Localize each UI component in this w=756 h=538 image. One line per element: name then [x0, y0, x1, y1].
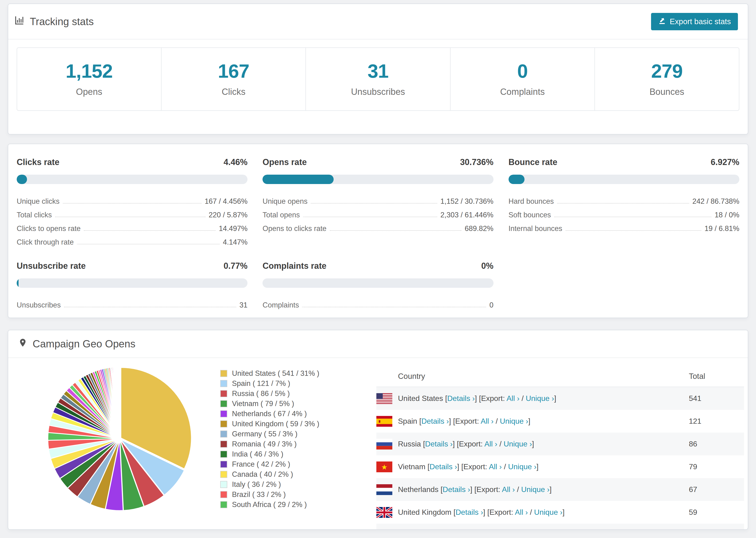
- legend-item: Netherlands ( 67 / 4% ): [220, 409, 352, 419]
- progress-bar: [262, 175, 493, 184]
- dotted-leader: [566, 230, 701, 231]
- legend-swatch: [220, 370, 227, 377]
- rate-row: Unsubscribes31: [17, 296, 247, 309]
- details-link[interactable]: Details ›: [447, 394, 475, 403]
- pie-svg: [47, 366, 192, 511]
- flag-us: [376, 393, 392, 404]
- legend-swatch: [220, 380, 227, 387]
- flag-ru: [376, 439, 392, 450]
- summary-label: Bounces: [595, 87, 739, 97]
- geo-table-rows: United States [Details ›] [Export: All ›…: [376, 387, 744, 530]
- rate-row-label: Opens to clicks rate: [262, 224, 326, 233]
- column-header-country: Country: [398, 372, 425, 381]
- rates-grid: Clicks rate4.46%Unique clicks167 / 4.456…: [17, 157, 739, 309]
- legend-label: Vietnam ( 79 / 5% ): [232, 400, 294, 408]
- progress-bar-fill: [262, 175, 333, 184]
- tracking-stats-title-text: Tracking stats: [30, 16, 94, 27]
- geo-table-row-us: United States [Details ›] [Export: All ›…: [376, 387, 744, 410]
- export-all-link[interactable]: All ›: [507, 394, 519, 403]
- country-cell: Netherlands [Details ›] [Export: All › /…: [376, 484, 689, 495]
- summary-value: 31: [306, 60, 450, 82]
- rate-row-label: Internal bounces: [509, 224, 562, 233]
- dotted-leader: [84, 230, 216, 231]
- dotted-leader: [303, 217, 437, 217]
- progress-bar: [17, 175, 247, 184]
- summary-cell-bounces: 279Bounces: [595, 48, 739, 110]
- legend-swatch: [220, 420, 227, 427]
- export-unique-link[interactable]: Unique ›: [521, 485, 550, 494]
- rate-row-value: 14.497%: [219, 224, 247, 233]
- rate-row-value: 0: [489, 301, 493, 309]
- rate-row: Total clicks220 / 5.87%: [17, 206, 247, 219]
- geo-body: United States ( 541 / 31% )Spain ( 121 /…: [8, 358, 748, 530]
- details-link[interactable]: Details ›: [456, 508, 483, 516]
- export-all-link[interactable]: All ›: [484, 440, 497, 448]
- summary-value: 0: [451, 60, 594, 82]
- map-pin-icon: [18, 337, 27, 350]
- export-unique-link[interactable]: Unique ›: [534, 508, 563, 516]
- rate-row-value: 2,303 / 61.446%: [441, 211, 494, 219]
- rate-row-value: 1,152 / 30.736%: [441, 197, 494, 206]
- details-link[interactable]: Details ›: [421, 417, 449, 425]
- rate-block-unsubscribe-rate: Unsubscribe rate0.77%Unsubscribes31: [17, 261, 247, 309]
- legend-label: Canada ( 40 / 2% ): [232, 470, 293, 479]
- tracking-stats-header: Tracking stats Export basic stats: [8, 4, 748, 39]
- dotted-leader: [63, 203, 201, 203]
- rate-block-complaints-rate: Complaints rate0%Complaints0: [262, 261, 493, 309]
- rate-row: Internal bounces19 / 6.81%: [509, 219, 739, 233]
- country-links: Russia [Details ›] [Export: All › / Uniq…: [398, 440, 534, 448]
- geo-table-row-es: Spain [Details ›] [Export: All › / Uniqu…: [376, 410, 744, 433]
- country-cell: United Kingdom [Details ›] [Export: All …: [376, 507, 689, 518]
- rate-title: Opens rate: [262, 157, 307, 167]
- geo-title-text: Campaign Geo Opens: [33, 338, 135, 350]
- rate-row-value: 689.82%: [465, 224, 493, 233]
- geo-header: Campaign Geo Opens: [8, 330, 748, 358]
- geo-table-row-gb: United Kingdom [Details ›] [Export: All …: [376, 501, 744, 524]
- bar-chart-icon: [14, 15, 25, 28]
- legend-label: France ( 42 / 2% ): [232, 460, 290, 468]
- legend-label: Netherlands ( 67 / 4% ): [232, 409, 307, 418]
- flag-vn: [376, 461, 392, 472]
- export-all-link[interactable]: All ›: [489, 462, 502, 471]
- flag-es: [376, 416, 392, 427]
- rate-row-label: Unsubscribes: [17, 301, 61, 309]
- legend-swatch: [220, 501, 227, 508]
- country-cell: Russia [Details ›] [Export: All › / Uniq…: [376, 439, 689, 450]
- total-cell: 67: [689, 485, 744, 494]
- summary-value: 1,152: [17, 60, 161, 82]
- rate-row-value: 167 / 4.456%: [205, 197, 248, 206]
- export-basic-stats-button[interactable]: Export basic stats: [651, 13, 738, 30]
- rate-row-value: 18 / 0%: [715, 211, 739, 219]
- country-links: Spain [Details ›] [Export: All › / Uniqu…: [398, 417, 530, 426]
- total-cell: 121: [689, 417, 744, 426]
- dotted-leader: [330, 230, 461, 231]
- summary-cell-clicks: 167Clicks: [162, 48, 306, 110]
- geo-table-row-de: Germany [Details ›] [Export: All › / Uni…: [376, 524, 744, 530]
- details-link[interactable]: Details ›: [443, 485, 470, 494]
- rate-row-label: Click through rate: [17, 238, 74, 246]
- details-link[interactable]: Details ›: [425, 440, 453, 448]
- rate-block-opens-rate: Opens rate30.736%Unique opens1,152 / 30.…: [262, 157, 493, 246]
- rate-value: 6.927%: [711, 157, 739, 167]
- export-all-link[interactable]: All ›: [515, 508, 528, 516]
- legend-item: United Kingdom ( 59 / 3% ): [220, 419, 352, 429]
- legend-swatch: [220, 400, 227, 407]
- export-unique-link[interactable]: Unique ›: [500, 417, 528, 425]
- export-all-link[interactable]: All ›: [481, 417, 494, 425]
- rate-row-label: Total clicks: [17, 211, 52, 219]
- legend-label: South Africa ( 29 / 2% ): [232, 501, 307, 509]
- rate-title: Unsubscribe rate: [17, 261, 86, 271]
- rate-row-label: Clicks to opens rate: [17, 224, 81, 233]
- details-link[interactable]: Details ›: [430, 462, 457, 471]
- total-cell: 541: [689, 394, 744, 403]
- export-all-link[interactable]: All ›: [502, 485, 515, 494]
- dotted-leader: [554, 217, 711, 217]
- total-cell: 79: [689, 462, 744, 471]
- legend-label: India ( 46 / 3% ): [232, 450, 283, 458]
- export-unique-link[interactable]: Unique ›: [504, 440, 532, 448]
- legend-item: Romania ( 49 / 3% ): [220, 439, 352, 449]
- summary-label: Clicks: [162, 87, 305, 97]
- summary-cell-opens: 1,152Opens: [17, 48, 162, 110]
- export-unique-link[interactable]: Unique ›: [508, 462, 536, 471]
- export-unique-link[interactable]: Unique ›: [526, 394, 554, 403]
